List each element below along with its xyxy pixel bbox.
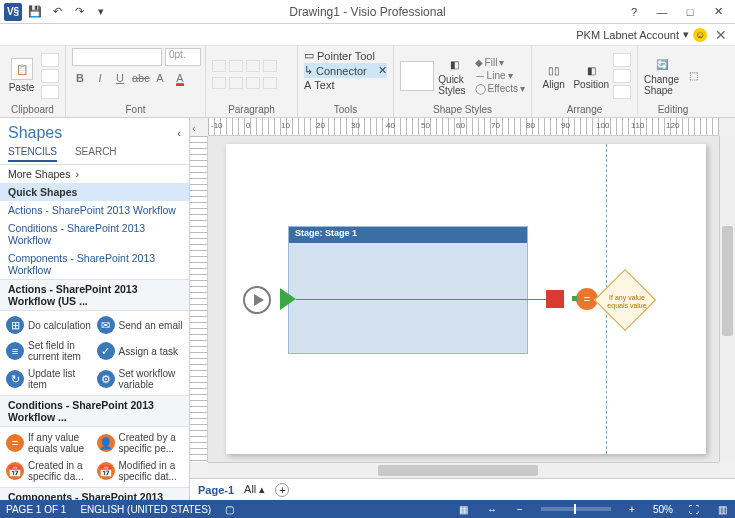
shape-do-calculation[interactable]: ⊞Do calculation: [6, 314, 93, 336]
stop-terminator[interactable]: [546, 290, 564, 308]
align-top-button[interactable]: [263, 60, 277, 72]
align-button[interactable]: ▯▯Align: [538, 61, 569, 90]
font-grow-button[interactable]: A: [152, 72, 168, 84]
shape-set-variable[interactable]: ⚙Set workflow variable: [97, 366, 184, 392]
chevron-right-icon: ›: [75, 168, 79, 180]
bring-front-button[interactable]: [613, 53, 631, 67]
shape-assign-task[interactable]: ✓Assign a task: [97, 338, 184, 364]
copy-button[interactable]: [41, 69, 59, 83]
switch-windows-icon[interactable]: ▥: [715, 504, 729, 515]
visio-logo: V§: [4, 3, 22, 21]
help-icon[interactable]: ?: [621, 3, 647, 21]
cut-button[interactable]: [41, 53, 59, 67]
quick-shapes-link[interactable]: Quick Shapes: [0, 183, 189, 201]
text-direction-button[interactable]: [263, 77, 277, 89]
line-button[interactable]: ⸺ Line ▾: [475, 70, 525, 81]
fill-button[interactable]: ◆ Fill ▾: [475, 57, 525, 68]
shape-send-email[interactable]: ✉Send an email: [97, 314, 184, 336]
section-components[interactable]: Components - SharePoint 2013 Workflo...: [0, 487, 189, 500]
redo-icon[interactable]: ↷: [70, 3, 88, 21]
quick-styles-gallery[interactable]: [400, 61, 434, 91]
section-conditions[interactable]: Conditions - SharePoint 2013 Workflow ..…: [0, 395, 189, 427]
format-painter-button[interactable]: [41, 85, 59, 99]
connector-line[interactable]: [296, 299, 546, 300]
close-icon[interactable]: ✕: [705, 3, 731, 21]
italic-button[interactable]: I: [92, 72, 108, 84]
font-family-combo[interactable]: [72, 48, 162, 66]
stencil-actions[interactable]: Actions - SharePoint 2013 Workflow: [0, 201, 189, 219]
smile-icon[interactable]: ☺: [693, 28, 707, 42]
horizontal-scrollbar[interactable]: [208, 462, 719, 478]
section-actions[interactable]: Actions - SharePoint 2013 Workflow (US .…: [0, 279, 189, 311]
decision-label: If any value equals value: [606, 294, 648, 310]
group-button[interactable]: [613, 85, 631, 99]
group-font-label: Font: [72, 103, 199, 117]
text-tool-button[interactable]: AText: [304, 78, 387, 92]
drawing-canvas[interactable]: Stage: Stage 1 = If any value equals val…: [208, 136, 719, 462]
account-name[interactable]: PKM Labnet Account: [576, 29, 679, 41]
shape-modified-date[interactable]: 📅Modified in a specific dat...: [97, 458, 184, 484]
stage-shape[interactable]: Stage: Stage 1: [288, 226, 528, 354]
underline-button[interactable]: U: [112, 72, 128, 84]
paste-button[interactable]: 📋 Paste: [6, 58, 37, 93]
ribbon-close-icon[interactable]: ✕: [715, 27, 727, 43]
add-page-button[interactable]: +: [275, 483, 289, 497]
status-page[interactable]: PAGE 1 OF 1: [6, 504, 66, 515]
effects-button[interactable]: ◯ Effects ▾: [475, 83, 525, 94]
fit-page-icon[interactable]: ⛶: [687, 504, 701, 515]
pane-collapse-icon[interactable]: ‹: [189, 120, 199, 136]
shapes-collapse-icon[interactable]: ‹: [177, 127, 181, 139]
select-button[interactable]: ⬚: [683, 67, 703, 85]
pointer-tool-button[interactable]: ▭Pointer Tool: [304, 48, 387, 63]
connector-tool-button[interactable]: ↳Connector✕: [304, 63, 387, 78]
bold-button[interactable]: B: [72, 72, 88, 84]
stencil-conditions[interactable]: Conditions - SharePoint 2013 Workflow: [0, 219, 189, 249]
group-shapestyles-label: Shape Styles: [400, 103, 525, 117]
shape-update-list[interactable]: ↻Update list item: [6, 366, 93, 392]
zoom-out-icon[interactable]: −: [513, 504, 527, 515]
minimize-icon[interactable]: —: [649, 3, 675, 21]
send-back-button[interactable]: [613, 69, 631, 83]
paste-icon: 📋: [11, 58, 33, 80]
page-tab-1[interactable]: Page-1: [198, 484, 234, 496]
bullets-button[interactable]: [212, 77, 226, 89]
font-color-button[interactable]: A: [172, 72, 188, 84]
zoom-level[interactable]: 50%: [653, 504, 673, 515]
align-left-button[interactable]: [212, 60, 226, 72]
start-shape[interactable]: [243, 286, 271, 314]
shape-created-date[interactable]: 📅Created in a specific da...: [6, 458, 93, 484]
presentation-mode-icon[interactable]: ▦: [457, 504, 471, 515]
shape-set-field[interactable]: ≡Set field in current item: [6, 338, 93, 364]
entry-arrow[interactable]: [280, 288, 296, 310]
shape-if-any-value[interactable]: =If any value equals value: [6, 430, 93, 456]
account-dropdown-icon[interactable]: ▾: [683, 28, 689, 41]
play-icon: [254, 294, 264, 306]
indent-inc-button[interactable]: [246, 77, 260, 89]
record-macro-icon[interactable]: ▢: [225, 504, 234, 515]
maximize-icon[interactable]: □: [677, 3, 703, 21]
strike-button[interactable]: abc: [132, 72, 148, 84]
stencil-components[interactable]: Components - SharePoint 2013 Workflow: [0, 249, 189, 279]
save-icon[interactable]: 💾: [26, 3, 44, 21]
shape-created-by[interactable]: 👤Created by a specific pe...: [97, 430, 184, 456]
indent-dec-button[interactable]: [229, 77, 243, 89]
undo-icon[interactable]: ↶: [48, 3, 66, 21]
vertical-scrollbar[interactable]: [719, 136, 735, 462]
tab-search[interactable]: SEARCH: [75, 146, 117, 162]
connector-icon: ↳: [304, 64, 313, 77]
fit-width-icon[interactable]: ↔: [485, 504, 499, 515]
position-button[interactable]: ◧Position: [573, 61, 609, 90]
font-size-combo[interactable]: 0pt.: [165, 48, 201, 66]
align-right-button[interactable]: [246, 60, 260, 72]
tab-stencils[interactable]: STENCILS: [8, 146, 57, 162]
all-pages-button[interactable]: All ▴: [244, 483, 265, 496]
status-language[interactable]: ENGLISH (UNITED STATES): [80, 504, 211, 515]
more-shapes-link[interactable]: More Shapes ›: [0, 165, 189, 183]
qat-dropdown-icon[interactable]: ▾: [92, 3, 110, 21]
zoom-in-icon[interactable]: +: [625, 504, 639, 515]
quick-styles-button[interactable]: ◧Quick Styles: [438, 56, 470, 96]
change-shape-button[interactable]: 🔄Change Shape: [644, 56, 679, 96]
zoom-slider[interactable]: [541, 507, 611, 511]
align-center-button[interactable]: [229, 60, 243, 72]
selection-handle[interactable]: [572, 296, 577, 301]
